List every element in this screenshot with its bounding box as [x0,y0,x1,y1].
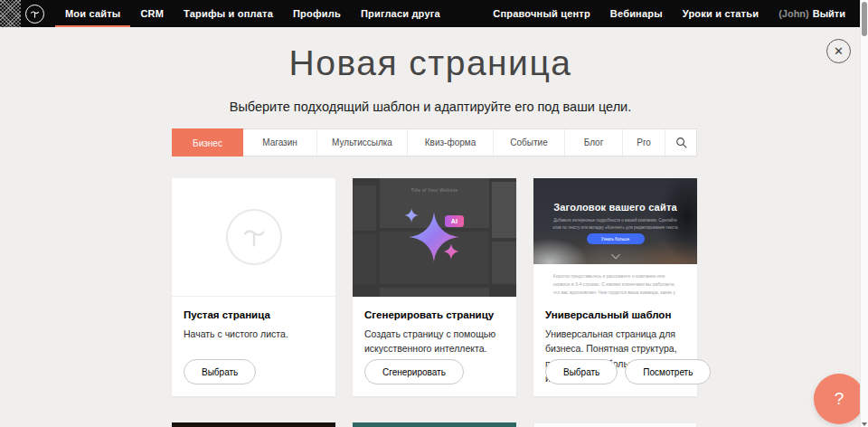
nav-item-profile[interactable]: Профиль [283,0,351,27]
nav-item-help-center[interactable]: Справочный центр [483,8,600,19]
question-icon: ? [835,389,844,409]
new-page-modal-screen: Мои сайты CRM Тарифы и оплата Профиль Пр… [0,0,868,427]
preview-body-text: Коротко представьтесь и расскажите о ком… [553,272,678,297]
card-description: Начать с чистого листа. [184,327,324,341]
tab-shop[interactable]: Магазин [243,129,317,156]
view-button[interactable]: Посмотреть [625,359,711,384]
template-card-ai-generate[interactable]: Title of Your Website AI [353,178,516,396]
tab-multilink[interactable]: Мультиссылка [317,129,408,156]
preview-body-section: Коротко представьтесь и расскажите о ком… [533,264,697,297]
card-body: Сгенерировать страницу Создать страницу … [353,297,516,396]
nav-item-lessons[interactable]: Уроки и статьи [673,8,769,19]
preview-hero-subtitle: Добавьте интересные подробности о вашей … [552,217,679,232]
card-title: Сгенерировать страницу [364,309,505,320]
ai-sparkle-icon [353,178,516,297]
nav-item-plans[interactable]: Тарифы и оплата [174,0,283,27]
background-pattern [0,0,21,27]
topbar: Мои сайты CRM Тарифы и оплата Профиль Пр… [0,0,868,27]
nav-item-my-sites[interactable]: Мои сайты [55,0,130,27]
nav-item-webinars[interactable]: Вебинары [600,8,673,19]
tilda-logo-icon [25,5,44,24]
card-actions: Выбрать [184,359,256,384]
secondary-nav: Справочный центр Вебинары Уроки и статьи… [483,0,855,27]
chevron-down-icon [611,251,620,260]
user-name: (John) [778,8,809,19]
preview-hero-button: Узнать больше [587,233,645,244]
tilda-logo[interactable] [25,0,44,27]
ai-template-preview: Title of Your Website AI [353,178,516,297]
card-title: Пустая страница [184,309,324,320]
card-actions: Сгенерировать [364,359,464,384]
universal-template-preview: Заголовок вашего сайта Добавьте интересн… [533,178,697,297]
help-button[interactable]: ? [814,374,864,424]
select-button[interactable]: Выбрать [184,359,256,384]
tilda-watermark-icon [226,209,282,265]
tab-event[interactable]: Событие [494,129,565,156]
template-card-partial-3[interactable] [533,422,697,427]
scroll-down-arrow-icon[interactable] [862,422,867,426]
tab-business[interactable]: Бизнес [172,128,243,157]
search-icon [675,137,687,148]
card-title: Универсальный шаблон [545,309,685,320]
page-subtitle: Выберите подходящий шаблон и адаптируйте… [0,100,861,114]
select-button[interactable]: Выбрать [545,359,618,384]
tab-search[interactable] [665,129,696,156]
template-card-partial-2[interactable] [353,422,516,427]
generate-button[interactable]: Сгенерировать [364,359,464,384]
ai-badge: AI [445,215,464,227]
logout-label: Выйти [813,8,845,19]
blank-template-preview [172,178,335,297]
card-actions: Выбрать Посмотреть [545,359,711,384]
nav-item-invite-friend[interactable]: Пригласи друга [351,0,450,27]
scrollbar[interactable] [860,0,868,427]
template-card-partial-1[interactable] [172,422,335,427]
template-card-universal[interactable]: Заголовок вашего сайта Добавьте интересн… [533,178,697,396]
template-card-blank[interactable]: Пустая страница Начать с чистого листа. … [172,178,335,396]
card-body: Универсальный шаблон Универсальная стран… [533,297,697,396]
card-body: Пустая страница Начать с чистого листа. … [172,297,335,396]
page-title: Новая страница [0,43,861,83]
preview-hero-title: Заголовок вашего сайта [533,202,697,213]
tab-blog[interactable]: Блог [565,129,623,156]
card-description: Создать страницу с помощью искусственног… [364,327,505,356]
logout-link[interactable]: (John) Выйти [769,8,855,19]
tab-pro[interactable]: Pro [623,129,665,156]
tab-quiz-form[interactable]: Квиз-форма [408,129,494,156]
main-nav: Мои сайты CRM Тарифы и оплата Профиль Пр… [55,0,450,27]
preview-hero: Заголовок вашего сайта Добавьте интересн… [533,178,697,264]
template-category-tabs: Бизнес Магазин Мультиссылка Квиз-форма С… [172,128,697,157]
scrollbar-thumb[interactable] [862,2,867,36]
nav-item-crm[interactable]: CRM [130,0,174,27]
